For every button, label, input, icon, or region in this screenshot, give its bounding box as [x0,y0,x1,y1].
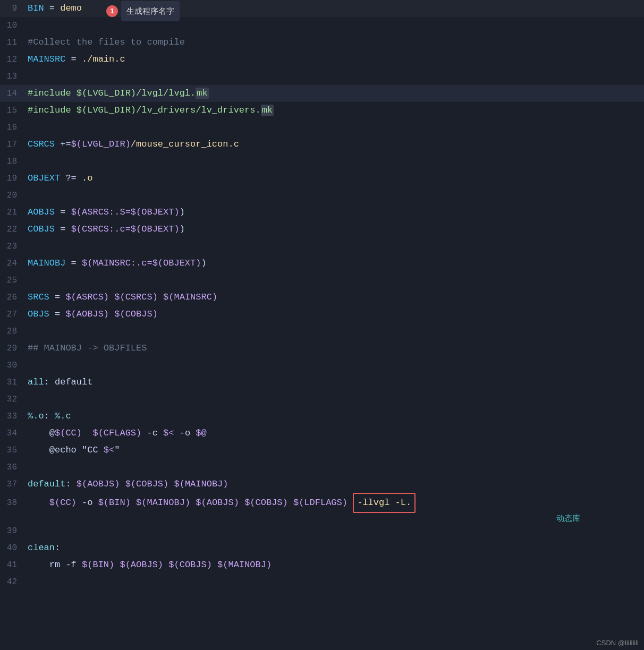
code-line: 28 [0,323,644,340]
line-number: 10 [0,17,28,34]
line-content: #include $(LVGL_DIR)/lvgl/lvgl.mk [28,85,644,102]
line-number: 15 [0,102,28,119]
line-number: 35 [0,442,28,459]
line-content: AOBJS = $(ASRCS:.S=$(OBJEXT)) [28,204,644,221]
line-number: 36 [0,459,28,476]
line-number: 21 [0,204,28,221]
code-line: 40clean: [0,540,644,557]
code-line: 20 [0,187,644,204]
line-number: 28 [0,323,28,340]
code-line: 11#Collect the files to compile [0,34,644,51]
line-content: all: default [28,374,644,391]
line-content: MAINOBJ = $(MAINSRC:.c=$(OBJEXT)) [28,255,644,272]
line-number: 42 [0,574,28,591]
code-line: 15#include $(LVGL_DIR)/lv_drivers/lv_dri… [0,102,644,119]
line-number: 19 [0,170,28,187]
code-line: 21AOBJS = $(ASRCS:.S=$(OBJEXT)) [0,204,644,221]
line-number: 17 [0,136,28,153]
line-number: 24 [0,255,28,272]
line-number: 14 [0,85,28,102]
code-line: 34 @$(CC) $(CFLAGS) -c $< -o $@ [0,425,644,442]
code-line: 16 [0,119,644,136]
line-number: 37 [0,476,28,493]
line-number: 41 [0,557,28,574]
line-content: @$(CC) $(CFLAGS) -c $< -o $@ [28,425,644,442]
line-number: 30 [0,357,28,374]
line-number: 11 [0,34,28,51]
line-number: 25 [0,272,28,289]
line-content: $(CC) -o $(BIN) $(MAINOBJ) $(AOBJS) $(CO… [28,493,644,513]
line-content: %.o: %.c [28,408,644,425]
code-line: 29## MAINOBJ -> OBJFILES [0,340,644,357]
code-line: 19OBJEXT ?= .o [0,170,644,187]
line-number: 40 [0,540,28,557]
line-content: CSRCS +=$(LVGL_DIR)/mouse_cursor_icon.c [28,136,644,153]
line-number: 27 [0,306,28,323]
code-line: 41 rm -f $(BIN) $(AOBJS) $(COBJS) $(MAIN… [0,557,644,574]
line-number: 38 [0,494,28,511]
code-line: 10 [0,17,644,34]
tooltip-label: 生成程序名字 [121,1,180,21]
line-content: ## MAINOBJ -> OBJFILES [28,340,644,357]
code-line: 27OBJS = $(AOBJS) $(COBJS) [0,306,644,323]
code-line: 25 [0,272,644,289]
line-number: 39 [0,523,28,540]
code-line: 31all: default [0,374,644,391]
code-line: 26SRCS = $(ASRCS) $(CSRCS) $(MAINSRC) [0,289,644,306]
code-line: 14#include $(LVGL_DIR)/lvgl/lvgl.mk [0,85,644,102]
line-content: #include $(LVGL_DIR)/lv_drivers/lv_drive… [28,102,644,119]
code-line: 18 [0,153,644,170]
code-line: 30 [0,357,644,374]
code-line: 22COBJS = $(CSRCS:.c=$(OBJEXT)) [0,221,644,238]
line-number: 26 [0,289,28,306]
line-content: OBJS = $(AOBJS) $(COBJS) [28,306,644,323]
line-content: COBJS = $(CSRCS:.c=$(OBJEXT)) [28,221,644,238]
line-content: default: $(AOBJS) $(COBJS) $(MAINOBJ) [28,476,644,493]
line-content: #Collect the files to compile [28,34,644,51]
line-content: clean: [28,540,644,557]
code-line: 23 [0,238,644,255]
line-number: 34 [0,425,28,442]
line-content: OBJEXT ?= .o [28,170,644,187]
code-line: 35 @echo "CC $<" [0,442,644,459]
line-number: 13 [0,68,28,85]
line-number: 31 [0,374,28,391]
code-line: 36 [0,459,644,476]
line-number: 9 [0,0,28,17]
line-number: 23 [0,238,28,255]
code-line: 33%.o: %.c [0,408,644,425]
line-number: 22 [0,221,28,238]
code-block: 9BIN = demo1生成程序名字1011#Collect the files… [0,0,644,591]
line-number: 32 [0,391,28,408]
code-line: 32 [0,391,644,408]
code-line: 13 [0,68,644,85]
code-line: 12MAINSRC = ./main.c [0,51,644,68]
code-line: 9BIN = demo1生成程序名字 [0,0,644,17]
code-line: 38 $(CC) -o $(BIN) $(MAINOBJ) $(AOBJS) $… [0,493,644,513]
code-line: 39 [0,523,644,540]
line-number: 16 [0,119,28,136]
code-line: 42 [0,574,644,591]
line-number: 20 [0,187,28,204]
watermark: CSDN @liililili [596,639,639,647]
line-number: 29 [0,340,28,357]
line-number: 18 [0,153,28,170]
code-line: 17CSRCS +=$(LVGL_DIR)/mouse_cursor_icon.… [0,136,644,153]
line-content: SRCS = $(ASRCS) $(CSRCS) $(MAINSRC) [28,289,644,306]
code-line: 37default: $(AOBJS) $(COBJS) $(MAINOBJ) [0,476,644,493]
code-line: 24MAINOBJ = $(MAINSRC:.c=$(OBJEXT)) [0,255,644,272]
line-number: 33 [0,408,28,425]
line-content: @echo "CC $<" [28,442,644,459]
line-content: MAINSRC = ./main.c [28,51,644,68]
tooltip-badge: 1生成程序名字 [106,1,180,21]
badge-number: 1 [106,5,118,17]
line-number: 12 [0,51,28,68]
line-content: rm -f $(BIN) $(AOBJS) $(COBJS) $(MAINOBJ… [28,557,644,574]
